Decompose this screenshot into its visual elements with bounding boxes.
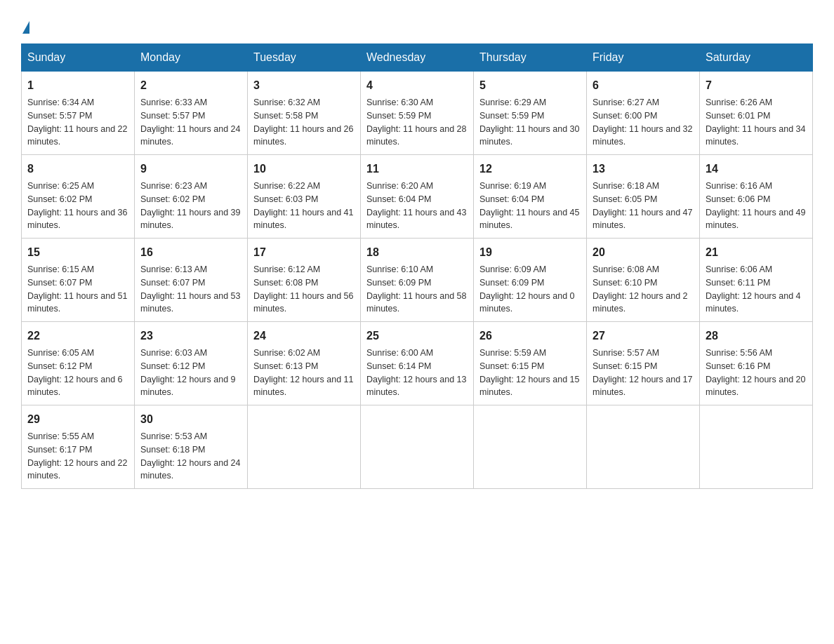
calendar-cell: 19Sunrise: 6:09 AMSunset: 6:09 PMDayligh…	[474, 239, 587, 322]
day-number: 29	[27, 411, 128, 428]
calendar-cell: 3Sunrise: 6:32 AMSunset: 5:58 PMDaylight…	[248, 72, 361, 155]
calendar-cell: 2Sunrise: 6:33 AMSunset: 5:57 PMDaylight…	[135, 72, 248, 155]
calendar-cell: 12Sunrise: 6:19 AMSunset: 6:04 PMDayligh…	[474, 155, 587, 239]
weekday-header-sunday: Sunday	[22, 44, 135, 72]
calendar-cell: 17Sunrise: 6:12 AMSunset: 6:08 PMDayligh…	[248, 239, 361, 322]
day-number: 25	[366, 328, 468, 344]
week-row-2: 8Sunrise: 6:25 AMSunset: 6:02 PMDaylight…	[22, 155, 813, 239]
calendar-cell	[700, 405, 813, 489]
day-number: 7	[706, 77, 807, 94]
calendar-cell: 13Sunrise: 6:18 AMSunset: 6:05 PMDayligh…	[587, 155, 700, 239]
calendar-body: 1Sunrise: 6:34 AMSunset: 5:57 PMDaylight…	[22, 72, 813, 489]
calendar-cell: 8Sunrise: 6:25 AMSunset: 6:02 PMDaylight…	[22, 155, 135, 239]
day-number: 20	[593, 244, 694, 261]
calendar-cell: 21Sunrise: 6:06 AMSunset: 6:11 PMDayligh…	[700, 239, 813, 322]
calendar-cell	[361, 405, 474, 489]
weekday-header-thursday: Thursday	[474, 44, 587, 72]
calendar-cell: 30Sunrise: 5:53 AMSunset: 6:18 PMDayligh…	[135, 405, 248, 489]
calendar-cell: 14Sunrise: 6:16 AMSunset: 6:06 PMDayligh…	[700, 155, 813, 239]
calendar-cell	[248, 405, 361, 489]
day-number: 14	[706, 161, 807, 177]
week-row-3: 15Sunrise: 6:15 AMSunset: 6:07 PMDayligh…	[22, 239, 813, 322]
calendar-cell: 20Sunrise: 6:08 AMSunset: 6:10 PMDayligh…	[587, 239, 700, 322]
day-number: 30	[140, 411, 241, 428]
day-number: 3	[253, 77, 355, 94]
calendar-cell: 9Sunrise: 6:23 AMSunset: 6:02 PMDaylight…	[135, 155, 248, 239]
day-number: 10	[253, 161, 355, 177]
day-number: 27	[593, 328, 694, 344]
day-number: 8	[27, 161, 128, 177]
calendar-cell: 6Sunrise: 6:27 AMSunset: 6:00 PMDaylight…	[587, 72, 700, 155]
day-number: 23	[140, 328, 241, 344]
day-number: 21	[706, 244, 807, 261]
day-number: 6	[593, 77, 694, 94]
day-number: 28	[706, 328, 807, 344]
calendar-cell: 24Sunrise: 6:02 AMSunset: 6:13 PMDayligh…	[248, 322, 361, 405]
day-number: 15	[27, 244, 128, 261]
weekday-header-row: SundayMondayTuesdayWednesdayThursdayFrid…	[22, 44, 813, 72]
calendar-cell: 23Sunrise: 6:03 AMSunset: 6:12 PMDayligh…	[135, 322, 248, 405]
week-row-5: 29Sunrise: 5:55 AMSunset: 6:17 PMDayligh…	[22, 405, 813, 489]
day-number: 13	[593, 161, 694, 177]
logo-triangle-icon	[22, 21, 29, 34]
weekday-header-wednesday: Wednesday	[361, 44, 474, 72]
calendar-cell: 4Sunrise: 6:30 AMSunset: 5:59 PMDaylight…	[361, 72, 474, 155]
calendar-header: SundayMondayTuesdayWednesdayThursdayFrid…	[22, 44, 813, 72]
calendar-cell: 29Sunrise: 5:55 AMSunset: 6:17 PMDayligh…	[22, 405, 135, 489]
weekday-header-monday: Monday	[135, 44, 248, 72]
calendar-cell: 22Sunrise: 6:05 AMSunset: 6:12 PMDayligh…	[22, 322, 135, 405]
calendar-cell	[474, 405, 587, 489]
weekday-header-saturday: Saturday	[700, 44, 813, 72]
day-number: 11	[366, 161, 468, 177]
day-number: 24	[253, 328, 355, 344]
day-number: 16	[140, 244, 241, 261]
day-number: 4	[366, 77, 468, 94]
calendar-cell: 27Sunrise: 5:57 AMSunset: 6:15 PMDayligh…	[587, 322, 700, 405]
calendar-cell: 5Sunrise: 6:29 AMSunset: 5:59 PMDaylight…	[474, 72, 587, 155]
calendar-cell: 7Sunrise: 6:26 AMSunset: 6:01 PMDaylight…	[700, 72, 813, 155]
weekday-header-tuesday: Tuesday	[248, 44, 361, 72]
week-row-4: 22Sunrise: 6:05 AMSunset: 6:12 PMDayligh…	[22, 322, 813, 405]
calendar-cell: 26Sunrise: 5:59 AMSunset: 6:15 PMDayligh…	[474, 322, 587, 405]
day-number: 18	[366, 244, 468, 261]
weekday-header-friday: Friday	[587, 44, 700, 72]
calendar-cell	[587, 405, 700, 489]
calendar-cell: 25Sunrise: 6:00 AMSunset: 6:14 PMDayligh…	[361, 322, 474, 405]
day-number: 22	[27, 328, 128, 344]
calendar-cell: 1Sunrise: 6:34 AMSunset: 5:57 PMDaylight…	[22, 72, 135, 155]
day-number: 9	[140, 161, 241, 177]
day-number: 12	[479, 161, 581, 177]
calendar-cell: 28Sunrise: 5:56 AMSunset: 6:16 PMDayligh…	[700, 322, 813, 405]
calendar-cell: 16Sunrise: 6:13 AMSunset: 6:07 PMDayligh…	[135, 239, 248, 322]
week-row-1: 1Sunrise: 6:34 AMSunset: 5:57 PMDaylight…	[22, 72, 813, 155]
calendar-cell: 15Sunrise: 6:15 AMSunset: 6:07 PMDayligh…	[22, 239, 135, 322]
calendar-cell: 18Sunrise: 6:10 AMSunset: 6:09 PMDayligh…	[361, 239, 474, 322]
day-number: 26	[479, 328, 581, 344]
day-number: 17	[253, 244, 355, 261]
calendar-cell: 10Sunrise: 6:22 AMSunset: 6:03 PMDayligh…	[248, 155, 361, 239]
day-number: 2	[140, 77, 241, 94]
day-number: 5	[479, 77, 581, 94]
page-header	[21, 14, 813, 32]
day-number: 1	[27, 77, 128, 94]
calendar-table: SundayMondayTuesdayWednesdayThursdayFrid…	[21, 43, 813, 489]
logo	[21, 14, 31, 32]
calendar-cell: 11Sunrise: 6:20 AMSunset: 6:04 PMDayligh…	[361, 155, 474, 239]
day-number: 19	[479, 244, 581, 261]
